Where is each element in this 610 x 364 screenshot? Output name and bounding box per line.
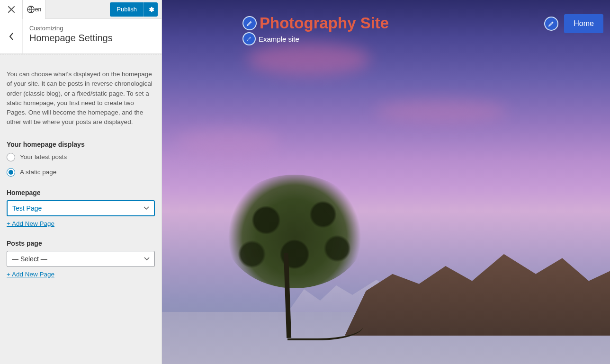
gear-icon: [148, 6, 154, 13]
customizer-sidebar: en Publish Customizing Homepage Settings…: [0, 0, 162, 364]
section-header: Customizing Homepage Settings: [0, 19, 161, 54]
nav-home-button[interactable]: Home: [564, 14, 603, 33]
homepage-select[interactable]: Test Page: [7, 200, 155, 216]
add-new-page-postspage[interactable]: + Add New Page: [7, 271, 54, 278]
preview-title-wrap: Photography Site Example site: [242, 14, 389, 45]
decorative-cloud: [247, 43, 370, 76]
close-button[interactable]: [0, 0, 23, 19]
posts-page-select[interactable]: — Select —: [7, 251, 155, 267]
section-title: Homepage Settings: [29, 33, 155, 44]
preview-tagline-row: Example site: [242, 32, 389, 45]
globe-icon: [27, 5, 35, 14]
section-subtitle: Customizing: [29, 25, 155, 32]
radio-label: Your latest posts: [20, 153, 67, 160]
radio-static-page[interactable]: A static page: [7, 168, 155, 177]
radio-icon: [7, 168, 15, 177]
site-tagline: Example site: [259, 35, 299, 43]
select-value: Test Page: [12, 204, 42, 212]
edit-title-button[interactable]: [242, 16, 257, 30]
site-title[interactable]: Photography Site: [260, 14, 389, 32]
edit-tagline-button[interactable]: [242, 32, 256, 45]
close-icon: [8, 6, 15, 13]
chevron-down-icon: [144, 257, 150, 261]
site-preview: Photography Site Example site Home: [162, 0, 610, 364]
panel-description: You can choose what's displayed on the h…: [7, 70, 155, 127]
language-switcher[interactable]: en: [23, 0, 45, 19]
add-new-page-homepage[interactable]: + Add New Page: [7, 220, 54, 227]
homepage-displays-label: Your homepage displays: [7, 141, 155, 148]
decorative-tree: [224, 175, 366, 288]
pencil-icon: [246, 36, 252, 42]
pencil-icon: [246, 20, 253, 27]
chevron-down-icon: [144, 206, 149, 210]
select-value: — Select —: [12, 255, 47, 263]
decorative-mountain: [345, 236, 610, 336]
back-button[interactable]: [0, 19, 23, 53]
publish-group: Publish: [110, 0, 161, 18]
preview-header: Photography Site Example site Home: [162, 14, 610, 45]
decorative-cloud: [176, 128, 280, 156]
preview-nav: Home: [544, 14, 603, 33]
radio-latest-posts[interactable]: Your latest posts: [7, 153, 155, 161]
radio-label: A static page: [20, 169, 56, 176]
publish-button[interactable]: Publish: [110, 2, 144, 17]
publish-settings-button[interactable]: [144, 2, 158, 17]
preview-title-row: Photography Site: [242, 14, 389, 32]
homepage-field-label: Homepage: [7, 189, 155, 196]
radio-icon: [7, 153, 15, 161]
section-header-text: Customizing Homepage Settings: [23, 19, 161, 53]
posts-page-field-label: Posts page: [7, 240, 155, 247]
language-code: en: [35, 6, 41, 13]
panel-body: You can choose what's displayed on the h…: [0, 54, 161, 364]
edit-menu-button[interactable]: [544, 17, 558, 31]
top-strip: en Publish: [0, 0, 161, 19]
decorative-cloud: [375, 99, 508, 123]
chevron-left-icon: [9, 32, 14, 41]
pencil-icon: [548, 20, 555, 27]
